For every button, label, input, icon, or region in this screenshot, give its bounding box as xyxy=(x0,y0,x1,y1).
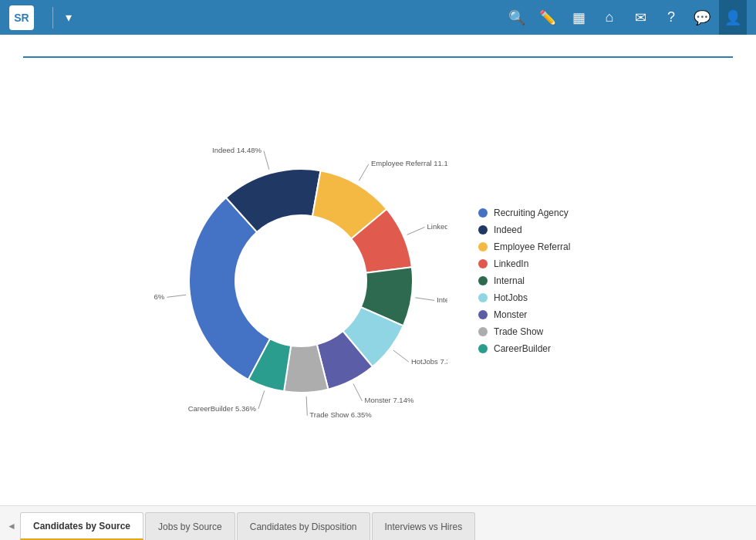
svg-text:Trade Show 6.35%: Trade Show 6.35% xyxy=(309,410,372,419)
user-avatar[interactable]: 👤 xyxy=(719,0,747,35)
legend-item: HotJobs xyxy=(478,292,602,303)
donut-svg: Recruiting Agency 30.56%Indeed 14.48%Emp… xyxy=(154,134,447,427)
tab-jobs-by-source[interactable]: Jobs by Source xyxy=(145,512,235,540)
nav-dropdown[interactable]: ▾ xyxy=(66,10,72,25)
legend-item: Employee Referral xyxy=(478,241,602,252)
legend-item: Monster xyxy=(478,309,602,320)
header-divider xyxy=(52,7,53,29)
svg-text:Internal 8.53%: Internal 8.53% xyxy=(437,295,447,304)
header-icons: 🔍 ✏️ ▦ ⌂ ✉ ? 💬 👤 xyxy=(503,0,747,35)
legend-label: Employee Referral xyxy=(494,241,570,252)
legend-label: Indeed xyxy=(494,224,522,235)
svg-text:Recruiting Agency 30.56%: Recruiting Agency 30.56% xyxy=(154,292,165,301)
legend-dot xyxy=(478,327,488,336)
svg-line-6 xyxy=(407,227,425,235)
main-content: Recruiting Agency 30.56%Indeed 14.48%Emp… xyxy=(0,35,756,505)
svg-line-16 xyxy=(258,390,265,409)
legend-label: LinkedIn xyxy=(494,258,528,269)
tab-candidates-by-disposition[interactable]: Candidates by Disposition xyxy=(237,512,370,540)
svg-text:Monster 7.14%: Monster 7.14% xyxy=(364,396,413,404)
svg-point-18 xyxy=(239,219,363,343)
app-header: SR ▾ 🔍 ✏️ ▦ ⌂ ✉ ? 💬 👤 xyxy=(0,0,756,35)
svg-line-2 xyxy=(264,151,269,170)
legend-label: Recruiting Agency xyxy=(494,208,569,218)
donut-chart: Recruiting Agency 30.56%Indeed 14.48%Emp… xyxy=(154,134,447,427)
legend-item: Trade Show xyxy=(478,326,602,337)
bottom-tabs: ◄ Candidates by Source Jobs by Source Ca… xyxy=(0,505,756,540)
legend-dot xyxy=(478,225,488,235)
legend-item: Internal xyxy=(478,275,602,286)
tab-interviews-vs-hires[interactable]: Interviews vs Hires xyxy=(372,512,476,540)
legend-item: LinkedIn xyxy=(478,258,602,269)
tab-left-arrow[interactable]: ◄ xyxy=(6,512,17,540)
chat-icon[interactable]: 💬 xyxy=(688,0,716,35)
legend-dot xyxy=(478,293,488,302)
legend-label: Trade Show xyxy=(494,326,543,337)
svg-line-14 xyxy=(306,397,307,416)
logo: SR xyxy=(9,5,40,30)
svg-line-8 xyxy=(415,298,434,301)
svg-text:Employee Referral 11.11%: Employee Referral 11.11% xyxy=(371,159,447,167)
svg-line-10 xyxy=(393,350,409,362)
legend-item: Indeed xyxy=(478,224,602,235)
svg-text:HotJobs 7.34%: HotJobs 7.34% xyxy=(411,357,447,366)
svg-text:LinkedIn 9.13%: LinkedIn 9.13% xyxy=(427,222,447,231)
logo-icon: SR xyxy=(9,5,34,30)
legend-dot xyxy=(478,344,488,353)
help-icon[interactable]: ? xyxy=(657,0,685,35)
chart-area: Recruiting Agency 30.56%Indeed 14.48%Emp… xyxy=(23,72,733,490)
svg-text:CareerBuilder 5.36%: CareerBuilder 5.36% xyxy=(188,404,257,413)
legend-label: Monster xyxy=(494,309,527,320)
legend-dot xyxy=(478,259,488,268)
legend-label: CareerBuilder xyxy=(494,343,551,354)
legend-dot xyxy=(478,310,488,319)
legend-dot xyxy=(478,208,488,218)
mail-icon[interactable]: ✉ xyxy=(626,0,654,35)
legend-item: Recruiting Agency xyxy=(478,208,602,218)
home-icon[interactable]: ⌂ xyxy=(596,0,623,35)
grid-icon[interactable]: ▦ xyxy=(565,0,592,35)
tab-candidates-by-source[interactable]: Candidates by Source xyxy=(20,512,143,540)
legend-label: HotJobs xyxy=(494,292,528,303)
svg-line-0 xyxy=(167,295,186,297)
legend-dot xyxy=(478,242,488,251)
edit-icon[interactable]: ✏️ xyxy=(534,0,562,35)
svg-line-12 xyxy=(353,384,362,401)
svg-text:Indeed 14.48%: Indeed 14.48% xyxy=(212,146,262,154)
svg-line-4 xyxy=(359,164,369,181)
chart-legend: Recruiting AgencyIndeedEmployee Referral… xyxy=(478,208,602,354)
search-icon[interactable]: 🔍 xyxy=(503,0,531,35)
legend-label: Internal xyxy=(494,275,525,286)
page-title xyxy=(23,50,733,58)
legend-item: CareerBuilder xyxy=(478,343,602,354)
legend-dot xyxy=(478,276,488,285)
